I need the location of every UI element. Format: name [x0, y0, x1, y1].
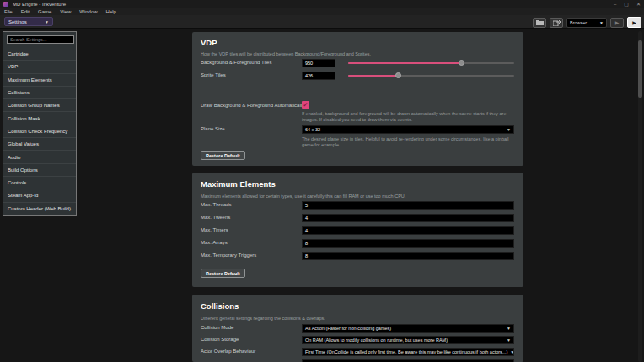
vdp-panel: VDP How the VDP tiles will be distribute…	[192, 32, 523, 166]
auto-draw-checkbox[interactable]: ✓	[302, 101, 309, 109]
collision-mode-select[interactable]: As Action (Faster for non-colliding game…	[302, 324, 514, 333]
menu-bar: File Edit Game View Window Help	[0, 8, 644, 15]
max-timers-input[interactable]: 4	[302, 226, 514, 235]
panel-description: Different general settings regarding the…	[201, 316, 325, 321]
run-target-label: Browser	[570, 20, 587, 25]
chevron-down-icon: ▼	[45, 19, 49, 24]
field-label: Sprite Tiles	[201, 72, 226, 77]
settings-sidebar: Cartridge VDP Maximum Elements Collision…	[3, 31, 77, 216]
field-label: Actor Overlap Behaviour	[201, 349, 255, 354]
field-label: Max. Threads	[201, 202, 232, 207]
maximize-icon[interactable]: ▢	[624, 1, 629, 8]
sidebar-item-collision-mask[interactable]: Collision Mask	[3, 111, 76, 124]
actor-overlap-value: First Time (OnCollide is called only fir…	[305, 349, 507, 354]
field-label: Plane Size	[201, 126, 225, 131]
restore-default-button[interactable]: Restore Default	[201, 269, 245, 278]
export-build-button[interactable]	[550, 18, 563, 28]
help-text: The desired plane size in tiles. Helpful…	[302, 136, 519, 147]
settings-select-label: Settings	[8, 19, 27, 24]
max-threads-input[interactable]: 5	[302, 201, 514, 210]
menu-help[interactable]: Help	[102, 9, 121, 14]
field-label: Max. Tweens	[201, 215, 230, 220]
sidebar-item-maximum-elements[interactable]: Maximum Elements	[3, 73, 76, 86]
sidebar-item-collision-group-names[interactable]: Collision Group Names	[3, 98, 76, 111]
sidebar-item-controls[interactable]: Controls	[3, 176, 76, 189]
menu-view[interactable]: View	[56, 9, 75, 14]
sidebar-item-steam-app-id[interactable]: Steam App-Id	[3, 189, 76, 201]
search-input[interactable]	[7, 35, 74, 44]
slider-thumb[interactable]	[395, 72, 401, 78]
settings-page-select[interactable]: Settings ▼	[4, 17, 53, 26]
scrollbar[interactable]	[638, 31, 642, 362]
field-label: Background & Foreground Tiles	[201, 60, 271, 65]
chevron-down-icon: ▼	[510, 349, 514, 354]
slider-fill	[348, 75, 398, 77]
run-button[interactable]: ▶	[627, 17, 641, 28]
sidebar-item-global-values[interactable]: Global Values	[3, 137, 76, 150]
app-icon	[3, 2, 8, 7]
chevron-down-icon: ▼	[507, 326, 511, 331]
menu-edit[interactable]: Edit	[17, 9, 34, 14]
chevron-down-icon: ▼	[599, 20, 604, 25]
menu-game[interactable]: Game	[34, 9, 56, 14]
actor-overlap-behaviour-select[interactable]: First Time (OnCollide is called only fir…	[302, 348, 514, 356]
field-label: Max. Timers	[201, 227, 228, 232]
collision-mode-value: As Action (Faster for non-colliding game…	[305, 326, 391, 331]
sidebar-item-build-options[interactable]: Build Options	[3, 163, 76, 176]
panel-title: VDP	[201, 38, 217, 47]
check-icon: ✓	[303, 102, 309, 108]
field-label: Collision Mode	[201, 325, 233, 330]
collisions-panel: Collisions Different general settings re…	[192, 295, 523, 362]
plane-size-value: 64 x 32	[305, 127, 320, 132]
bg-fg-tiles-input[interactable]: 950	[302, 59, 335, 67]
open-folder-button[interactable]	[533, 18, 546, 28]
sprite-tiles-slider[interactable]	[348, 72, 514, 79]
max-tweens-input[interactable]: 4	[302, 214, 514, 222]
title-bar: MD Engine - Inkventure – ▢ ✕	[0, 0, 644, 8]
sidebar-item-collision-check-frequency[interactable]: Collision Check Frequency	[3, 125, 76, 137]
panel-description: Maximum elements allowed for certain typ…	[201, 194, 405, 199]
sidebar-item-collisions[interactable]: Collisions	[3, 86, 76, 98]
play-icon: ▶	[632, 19, 636, 25]
sprite-tiles-input[interactable]: 426	[302, 72, 335, 80]
run-target-select[interactable]: Browser ▼	[566, 18, 607, 28]
collision-storage-value: On RAM (Allows to modify collisions on r…	[305, 338, 448, 343]
scrollbar-thumb[interactable]	[638, 40, 642, 98]
sidebar-item-vdp[interactable]: VDP	[3, 60, 76, 72]
chevron-down-icon: ▼	[507, 338, 511, 343]
max-temporary-triggers-input[interactable]: 8	[302, 252, 514, 260]
help-text: If enabled, background and foreground wi…	[302, 111, 519, 122]
field-label: Draw Background & Foreground Automatical…	[201, 103, 304, 108]
slider-fill	[348, 62, 461, 64]
menu-file[interactable]: File	[0, 9, 17, 14]
sidebar-item-custom-header[interactable]: Custom Header (Web Build)	[3, 202, 76, 215]
minimize-icon[interactable]: –	[614, 1, 616, 8]
window-title: MD Engine - Inkventure	[13, 2, 66, 7]
panel-description: How the VDP tiles will be distributed be…	[201, 51, 371, 56]
field-label: Max. Temporary Triggers	[201, 253, 256, 258]
folder-icon	[536, 19, 544, 25]
toolbar: Settings ▼ Browser ▼ ▶ ▶	[0, 15, 644, 29]
slider-thumb[interactable]	[459, 60, 464, 66]
bg-fg-tiles-slider[interactable]	[348, 60, 514, 67]
sidebar-item-audio[interactable]: Audio	[3, 150, 76, 162]
play-outline-icon: ▶	[615, 19, 620, 25]
max-arrays-input[interactable]: 8	[302, 239, 514, 248]
field-label: Max. Arrays	[201, 240, 228, 245]
sidebar-item-cartridge[interactable]: Cartridge	[3, 47, 76, 60]
restore-default-button[interactable]: Restore Default	[201, 151, 245, 160]
menu-window[interactable]: Window	[75, 9, 101, 14]
close-icon[interactable]: ✕	[636, 1, 641, 8]
field-label: Collision Storage	[201, 337, 239, 342]
export-icon	[553, 19, 561, 26]
debug-run-button[interactable]: ▶	[610, 18, 624, 28]
plane-size-select[interactable]: 64 x 32 ▼	[302, 125, 514, 134]
collision-storage-select[interactable]: On RAM (Allows to modify collisions on r…	[302, 336, 514, 344]
panel-title: Maximum Elements	[201, 179, 276, 189]
panel-title: Collisions	[201, 301, 239, 311]
chevron-down-icon: ▼	[507, 127, 511, 132]
accent-divider	[201, 93, 514, 93]
maximum-elements-panel: Maximum Elements Maximum elements allowe…	[192, 173, 523, 287]
